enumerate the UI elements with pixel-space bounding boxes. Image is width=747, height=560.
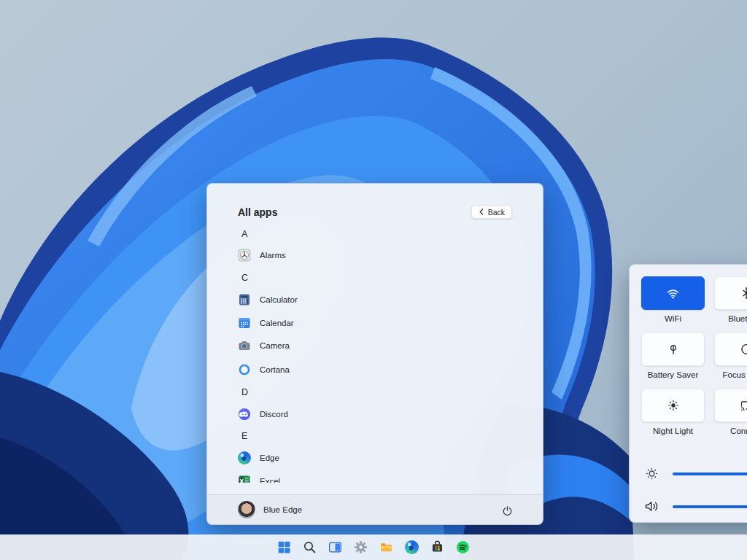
connect-icon [740,399,747,412]
start-icon [277,540,291,554]
section-header-D[interactable]: D [207,381,543,403]
app-item-cortana[interactable]: Cortana [207,359,543,381]
section-header-A[interactable]: A [207,223,543,245]
app-item-calendar[interactable]: Calendar [207,312,543,334]
night-light-toggle[interactable] [641,389,705,422]
brightness-slider[interactable] [644,466,747,481]
quick-toggle-battery-saver-cell: Battery Saver [641,332,705,379]
user-name: Blue Edge [263,505,302,514]
volume-track[interactable] [673,505,747,508]
battery-saver-icon [667,343,680,356]
focus-assist-icon [740,343,747,356]
excel-icon [238,475,251,483]
settings-gear-icon [354,540,368,554]
brightness-icon [644,466,659,481]
quick-toggle-night-light-cell: Night Light [641,389,705,435]
spotify-icon [456,540,470,554]
back-button-label: Back [488,208,505,217]
battery-saver-toggle[interactable] [641,332,705,366]
search-icon [303,540,317,554]
app-item-camera[interactable]: Camera [207,335,543,357]
focus-assist-toggle[interactable] [714,332,747,366]
discord-icon [238,408,251,421]
app-item-discord[interactable]: Discord [207,403,543,425]
start-button[interactable] [271,534,297,560]
app-item-excel[interactable]: Excel [207,470,543,483]
quick-toggle-wifi-cell: WiFi [641,276,705,323]
user-avatar [238,501,255,518]
calendar-icon [238,316,251,330]
edge-icon [405,540,419,554]
file-explorer-icon [379,540,393,554]
section-header-E[interactable]: E [207,425,543,447]
volume-icon [644,499,659,514]
app-item-calculator[interactable]: Calculator [207,289,543,311]
chevron-left-icon [479,209,484,215]
user-account-button[interactable]: Blue Edge [238,501,302,518]
start-menu-footer: Blue Edge [207,494,543,524]
all-apps-list: A Alarms C Calculator [207,223,543,483]
cortana-icon [238,363,251,376]
quick-settings-panel: WiFi Bluetooth Battery Saver Focus assis… [629,264,747,523]
settings-button[interactable] [348,534,374,560]
back-button[interactable]: Back [471,205,512,219]
quick-toggle-focus-assist-cell: Focus assist [714,332,747,379]
app-item-edge[interactable]: Edge [207,447,543,469]
task-view-icon [328,540,342,554]
file-explorer-button[interactable] [374,534,399,560]
camera-icon [238,339,251,352]
section-header-C[interactable]: C [207,267,543,289]
power-icon [502,505,513,516]
brightness-track[interactable] [673,472,747,475]
start-menu-all-apps-panel: All apps Back A Alarms C [206,183,543,525]
bluetooth-icon [740,287,747,300]
quick-toggle-bluetooth-cell: Bluetooth [714,276,747,323]
power-button[interactable] [499,502,515,518]
volume-slider[interactable] [644,499,747,514]
taskbar [0,534,747,560]
microsoft-store-icon [430,540,444,554]
edge-icon [238,451,251,464]
task-view-button[interactable] [322,534,348,560]
quick-toggle-connect-cell: Connect [714,389,747,435]
night-light-icon [667,399,680,412]
edge-button[interactable] [399,534,425,560]
microsoft-store-button[interactable] [425,534,450,560]
bluetooth-toggle[interactable] [714,276,747,310]
wifi-toggle[interactable] [641,276,705,310]
app-item-alarms[interactable]: Alarms [207,244,543,266]
all-apps-title: All apps [238,206,277,218]
search-button[interactable] [297,534,322,560]
alarms-icon [238,249,251,262]
calculator-icon [238,293,251,306]
spotify-button[interactable] [450,534,476,560]
connect-toggle[interactable] [714,389,747,422]
wifi-icon [666,287,680,300]
